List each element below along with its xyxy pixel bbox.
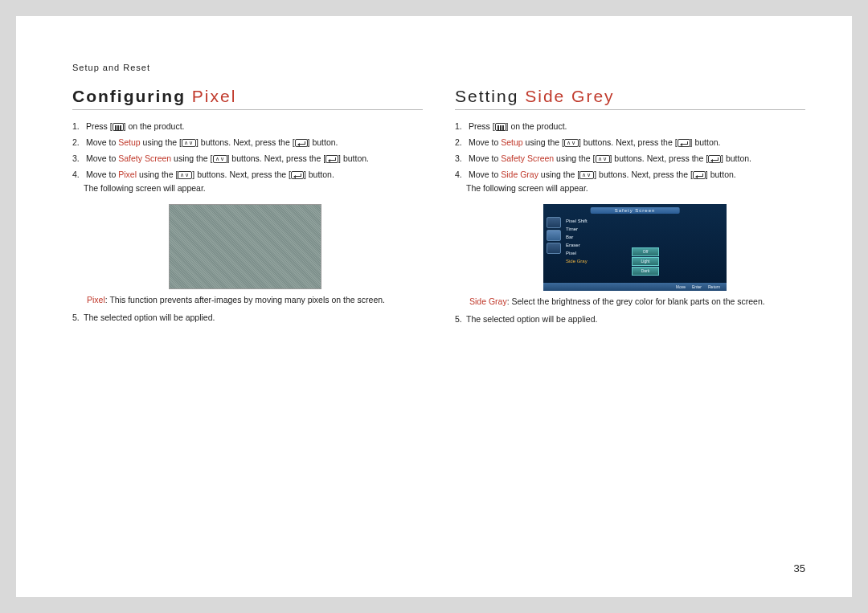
text: The selected option will be applied. (84, 313, 215, 322)
menu-icon (113, 123, 124, 131)
updown-icon (564, 139, 579, 147)
steps-left-2: 5.The selected option will be applied. (72, 311, 423, 325)
note-text: : Select the brightness of the grey colo… (507, 296, 765, 306)
manual-page: Setup and Reset Configuring Pixel 1. Pre… (16, 16, 852, 597)
note-pixel: Pixel: This function prevents after-imag… (87, 294, 423, 306)
osd-item: Pixel (566, 249, 588, 257)
note-side-gray: Side Gray: Select the brightness of the … (469, 296, 805, 308)
text: ] on the product. (124, 121, 185, 131)
text: ] buttons. Next, press the [ (196, 137, 295, 147)
text: Move to (86, 137, 118, 147)
text: ] button. (304, 170, 334, 179)
enter-icon (708, 155, 721, 163)
breadcrumb: Setup and Reset (72, 63, 805, 72)
link-setup: Setup (118, 137, 140, 147)
osd-screenshot: Safety Screen Pixel Shift Timer Bar Eras… (543, 204, 727, 291)
link-pixel: Pixel (118, 170, 137, 179)
osd-menu: Pixel Shift Timer Bar Eraser Pixel Side … (566, 217, 588, 265)
text: Move to (469, 170, 501, 179)
updown-icon (182, 139, 196, 147)
text: The selected option will be applied. (466, 314, 597, 324)
osd-item: Pixel Shift (566, 217, 588, 225)
text: The following screen will appear. (84, 183, 206, 193)
text: Move to (469, 153, 501, 163)
link-safety-screen: Safety Screen (118, 153, 171, 163)
step-3: 3. Move to Safety Screen using the [] bu… (455, 152, 805, 166)
osd-item-selected: Side Gray (566, 257, 588, 265)
step-1: 1. Press [] on the product. (72, 120, 423, 134)
step-5: 5.The selected option will be applied. (455, 313, 805, 327)
text: ] button. (308, 137, 338, 147)
link-setup: Setup (501, 137, 522, 147)
text: using the [ (554, 153, 595, 163)
menu-icon (495, 123, 506, 131)
left-column: Configuring Pixel 1. Press [] on the pro… (72, 87, 423, 329)
text: using the [ (141, 137, 182, 147)
step-4: 4. Move to Pixel using the [] buttons. N… (72, 168, 423, 197)
enter-icon (693, 171, 706, 179)
link-safety-screen: Safety Screen (501, 153, 554, 163)
text: Press [ (469, 121, 495, 131)
enter-icon (291, 171, 304, 179)
text: ] buttons. Next, press the [ (594, 170, 693, 179)
text: ] buttons. Next, press the [ (610, 153, 709, 163)
text: ] buttons. Next, press the [ (192, 170, 291, 179)
updown-icon (579, 171, 594, 179)
steps-right-2: 5.The selected option will be applied. (455, 313, 805, 327)
page-number: 35 (794, 562, 805, 574)
step-5: 5.The selected option will be applied. (72, 311, 423, 325)
text: Press [ (86, 121, 113, 131)
section-title-left: Configuring Pixel (72, 87, 423, 110)
text: using the [ (523, 137, 564, 147)
note-text: : This function prevents after-images by… (105, 295, 385, 304)
step-1: 1. Press [] on the product. (455, 120, 805, 134)
title-bold: Setting (455, 87, 518, 105)
osd-item: Eraser (566, 241, 588, 249)
osd-footer-item: Return (708, 284, 720, 289)
section-title-right: Setting Side Grey (455, 87, 805, 110)
text: ] button. (338, 153, 369, 163)
osd-item: Bar (566, 233, 588, 241)
note-label: Pixel (87, 295, 105, 304)
osd-item: Timer (566, 225, 588, 233)
step-2: 2. Move to Setup using the [] buttons. N… (72, 136, 423, 150)
osd-option: Light (632, 257, 659, 266)
title-accent: Side Grey (525, 87, 614, 105)
updown-icon (213, 155, 227, 163)
updown-icon (178, 171, 192, 179)
osd-option: Dark (632, 267, 659, 276)
step-3: 3. Move to Safety Screen using the [] bu… (72, 152, 423, 166)
title-bold: Configuring (72, 87, 186, 105)
step-2: 2. Move to Setup using the [] buttons. N… (455, 136, 805, 150)
steps-right: 1. Press [] on the product. 2. Move to S… (455, 120, 805, 196)
step-4: 4. Move to Side Gray using the [] button… (455, 168, 805, 197)
steps-left: 1. Press [] on the product. 2. Move to S… (72, 120, 423, 196)
text: The following screen will appear. (466, 183, 588, 193)
text: ] on the product. (506, 121, 567, 131)
osd-option: Off (632, 247, 659, 256)
osd-footer: Move Enter Return (543, 283, 727, 291)
osd-footer-item: Move (676, 284, 686, 289)
enter-icon (678, 139, 690, 147)
text: Move to (469, 137, 501, 147)
enter-icon (326, 155, 338, 163)
text: using the [ (137, 170, 178, 179)
enter-icon (295, 139, 308, 147)
text: ] buttons. Next, press the [ (227, 153, 326, 163)
osd-footer-item: Enter (692, 284, 702, 289)
title-accent: Pixel (192, 87, 237, 105)
text: Move to (86, 153, 118, 163)
pixel-screenshot (169, 204, 321, 289)
text: using the [ (171, 153, 212, 163)
osd-tabs (547, 217, 561, 255)
text: ] button. (690, 137, 721, 147)
text: Move to (86, 170, 118, 179)
text: ] button. (706, 170, 736, 179)
note-label: Side Gray (469, 296, 507, 306)
text: ] buttons. Next, press the [ (579, 137, 678, 147)
osd-options: Off Light Dark (632, 247, 659, 276)
two-column-layout: Configuring Pixel 1. Press [] on the pro… (72, 87, 805, 329)
text: ] button. (721, 153, 751, 163)
right-column: Setting Side Grey 1. Press [] on the pro… (455, 87, 805, 329)
link-side-gray: Side Gray (501, 170, 538, 179)
